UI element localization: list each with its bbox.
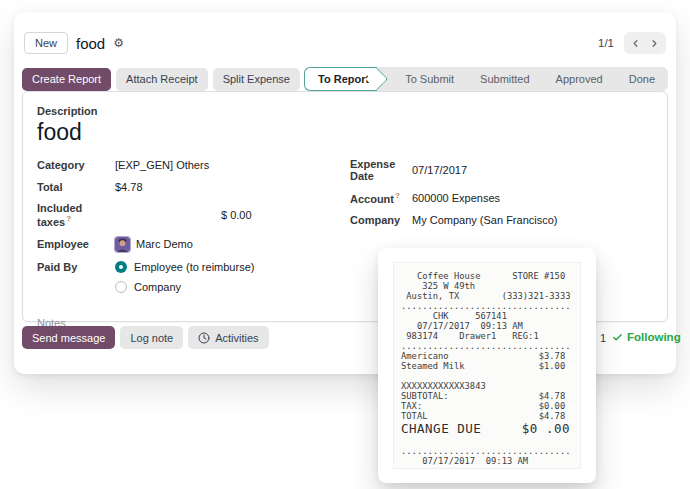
paid-by-option-company-label: Company bbox=[134, 281, 181, 293]
status-step-done[interactable]: Done bbox=[616, 67, 668, 91]
included-taxes-label: Included taxes? bbox=[37, 202, 115, 228]
help-icon: ? bbox=[66, 214, 71, 223]
account-field[interactable]: 600000 Expenses bbox=[412, 192, 500, 204]
change-due-amount: $0 .00 bbox=[522, 421, 570, 436]
help-icon: ? bbox=[395, 191, 400, 200]
breadcrumb-title: food bbox=[76, 35, 105, 52]
clock-icon bbox=[198, 332, 210, 344]
expense-date-field[interactable]: 07/17/2017 bbox=[412, 164, 467, 176]
status-step-approved[interactable]: Approved bbox=[543, 67, 616, 91]
form-left-column: Category [EXP_GEN] Others Total $4.78 In… bbox=[37, 158, 336, 329]
employee-label: Employee bbox=[37, 238, 115, 250]
paid-by-label: Paid By bbox=[37, 261, 115, 273]
receipt-text-bottom: ................................ 07/17/2… bbox=[401, 436, 573, 466]
receipt-text-top: Coffee House STORE #150 325 W 49th Austi… bbox=[401, 271, 573, 421]
included-taxes-field[interactable]: $ 0.00 bbox=[115, 209, 252, 221]
new-button[interactable]: New bbox=[24, 32, 68, 54]
activities-label: Activities bbox=[215, 332, 258, 344]
description-field[interactable]: food bbox=[37, 119, 653, 146]
pager-count: 1/1 bbox=[598, 37, 614, 49]
pager bbox=[624, 32, 666, 54]
page: New food ⚙ 1/1 Create Report bbox=[0, 0, 690, 489]
expense-date-label: Expense Date bbox=[350, 158, 412, 182]
employee-avatar-icon bbox=[115, 237, 130, 252]
chevron-left-icon bbox=[630, 38, 641, 49]
create-report-button[interactable]: Create Report bbox=[22, 68, 111, 91]
attach-receipt-button[interactable]: Attach Receipt bbox=[116, 68, 208, 91]
pager-prev-button[interactable] bbox=[628, 36, 643, 51]
total-field[interactable]: $4.78 bbox=[115, 181, 143, 193]
split-expense-button[interactable]: Split Expense bbox=[213, 68, 300, 91]
following-label: Following bbox=[627, 331, 681, 343]
status-step-submitted[interactable]: Submitted bbox=[467, 67, 543, 91]
following-button[interactable]: Following bbox=[612, 331, 681, 343]
category-label: Category bbox=[37, 159, 115, 171]
avatar bbox=[115, 237, 130, 252]
chevron-right-icon bbox=[649, 38, 660, 49]
receipt-paper: Coffee House STORE #150 325 W 49th Austi… bbox=[393, 262, 581, 469]
category-field[interactable]: [EXP_GEN] Others bbox=[115, 159, 209, 171]
attachment-count[interactable]: 1 bbox=[600, 332, 606, 344]
description-label: Description bbox=[37, 105, 653, 117]
receipt-attachment-preview[interactable]: Coffee House STORE #150 325 W 49th Austi… bbox=[378, 248, 596, 483]
paid-by-option-company[interactable]: Company bbox=[115, 281, 254, 293]
check-icon bbox=[612, 332, 623, 343]
change-due-label: CHANGE DUE bbox=[401, 421, 481, 436]
status-pipeline: To Report To Submit Submitted Approved D… bbox=[304, 67, 668, 91]
company-label: Company bbox=[350, 214, 412, 226]
radio-selected-icon bbox=[115, 261, 127, 273]
account-label: Account? bbox=[350, 191, 412, 205]
status-step-to-report[interactable]: To Report bbox=[304, 67, 377, 91]
toolbar: Create Report Attach Receipt Split Expen… bbox=[22, 66, 668, 92]
receipt-change-due: CHANGE DUE $0 .00 bbox=[401, 421, 573, 436]
pager-next-button[interactable] bbox=[647, 36, 662, 51]
log-note-button[interactable]: Log note bbox=[120, 326, 183, 349]
employee-field[interactable]: Marc Demo bbox=[115, 237, 193, 252]
paid-by-option-employee-label: Employee (to reimburse) bbox=[134, 261, 254, 273]
company-field[interactable]: My Company (San Francisco) bbox=[412, 214, 558, 226]
send-message-button[interactable]: Send message bbox=[22, 326, 115, 349]
activities-button[interactable]: Activities bbox=[188, 326, 268, 349]
employee-name: Marc Demo bbox=[136, 238, 193, 250]
total-label: Total bbox=[37, 181, 115, 193]
paid-by-option-employee[interactable]: Employee (to reimburse) bbox=[115, 261, 254, 273]
radio-unselected-icon bbox=[115, 281, 127, 293]
status-step-to-submit[interactable]: To Submit bbox=[392, 67, 467, 91]
gear-icon[interactable]: ⚙ bbox=[113, 37, 124, 49]
breadcrumb: New food ⚙ 1/1 bbox=[24, 30, 666, 56]
